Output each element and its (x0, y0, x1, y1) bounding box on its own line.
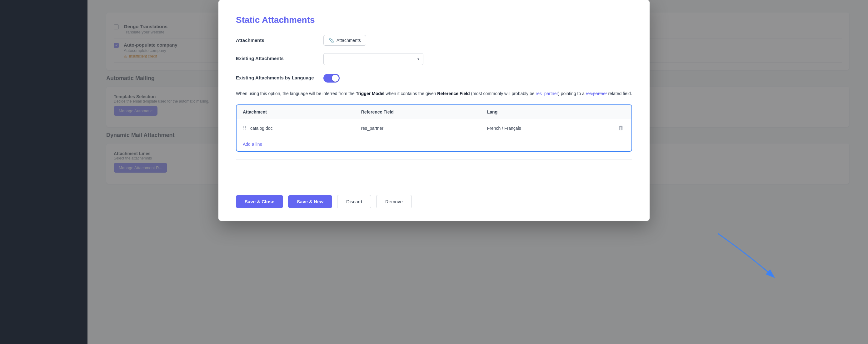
attachment-value: catalog.doc (250, 126, 273, 131)
attachment-table: Attachment Reference Field Lang ⠿ catalo… (237, 105, 631, 151)
info-trigger-model: Trigger Model (356, 91, 384, 96)
col-lang: Lang (481, 105, 611, 119)
info-part5: related field. (607, 91, 632, 96)
info-link2[interactable]: res.partner (586, 91, 607, 96)
attachments-field-row: Attachments 📎 Attachments (236, 35, 632, 46)
modal-footer: Save & Close Save & New Discard Remove (218, 187, 650, 221)
info-part3: (most commonly will probably be (470, 91, 536, 96)
add-line-cell: Add a line (237, 137, 631, 151)
arrow-svg (655, 230, 780, 293)
divider (236, 159, 632, 160)
attachments-label: Attachments (236, 35, 323, 43)
paperclip-icon: 📎 (329, 38, 334, 43)
remove-button[interactable]: Remove (376, 195, 412, 208)
table-body: ⠿ catalog.doc res_partner French / Franç… (237, 119, 631, 151)
chevron-down-icon: ▾ (417, 57, 419, 61)
info-part1: When using this option, the language wil… (236, 91, 356, 96)
save-close-button[interactable]: Save & Close (236, 195, 283, 208)
attachments-button[interactable]: 📎 Attachments (323, 35, 366, 46)
attachments-button-label: Attachments (337, 38, 361, 43)
attachment-table-wrapper: Attachment Reference Field Lang ⠿ catalo… (236, 105, 632, 152)
info-part2: when it contains the given (384, 91, 437, 96)
existing-attachments-by-language-label: Existing Attachments by Language (236, 73, 323, 80)
toggle-control (323, 73, 632, 83)
static-attachments-modal: Static Attachments Attachments 📎 Attachm… (218, 0, 650, 221)
modal-body: Static Attachments Attachments 📎 Attachm… (218, 0, 650, 187)
save-new-button[interactable]: Save & New (288, 195, 332, 208)
add-line-row: Add a line (237, 137, 631, 151)
table-row: ⠿ catalog.doc res_partner French / Franç… (237, 119, 631, 137)
existing-attachments-control: ▾ (323, 53, 632, 65)
toggle-switch[interactable] (323, 74, 340, 83)
col-actions (611, 105, 631, 119)
toggle-knob (332, 75, 339, 82)
existing-attachments-label: Existing Attachments (236, 53, 323, 61)
modal-title: Static Attachments (236, 15, 632, 25)
drag-handle-icon[interactable]: ⠿ (243, 125, 247, 131)
divider-2 (236, 167, 632, 167)
delete-row-button[interactable]: 🗑 (617, 123, 625, 133)
discard-button[interactable]: Discard (337, 195, 371, 208)
add-line-button[interactable]: Add a line (243, 140, 262, 148)
modal-overlay: Static Attachments Attachments 📎 Attachm… (0, 0, 868, 344)
col-reference-field: Reference Field (355, 105, 481, 119)
info-text: When using this option, the language wil… (236, 90, 632, 97)
cell-delete: 🗑 (611, 119, 631, 137)
info-link1[interactable]: res_partner (535, 91, 558, 96)
existing-attachments-select[interactable]: ▾ (323, 53, 423, 65)
table-header: Attachment Reference Field Lang (237, 105, 631, 119)
info-part4: ) pointing to a (558, 91, 586, 96)
col-attachment: Attachment (237, 105, 355, 119)
existing-attachments-field-row: Existing Attachments ▾ (236, 53, 632, 65)
existing-attachments-by-language-field-row: Existing Attachments by Language (236, 73, 632, 83)
arrow-annotation (655, 230, 780, 294)
table-header-row: Attachment Reference Field Lang (237, 105, 631, 119)
cell-lang: French / Français (481, 119, 611, 137)
attachments-control: 📎 Attachments (323, 35, 632, 46)
info-reference-field: Reference Field (437, 91, 470, 96)
cell-attachment: ⠿ catalog.doc (237, 119, 355, 137)
cell-reference-field: res_partner (355, 119, 481, 137)
